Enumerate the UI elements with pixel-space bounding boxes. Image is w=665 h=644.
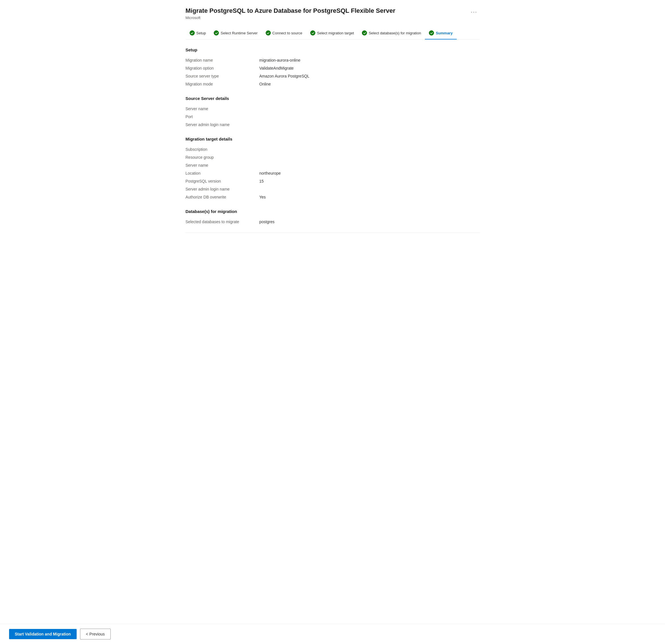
section-title-setup: Setup bbox=[186, 48, 480, 52]
field-target-admin-login: Server admin login name bbox=[186, 185, 480, 193]
ellipsis-button[interactable]: ... bbox=[469, 7, 480, 15]
value-migration-mode: Online bbox=[260, 82, 271, 86]
step-label-setup: Setup bbox=[196, 31, 206, 35]
field-subscription: Subscription bbox=[186, 145, 480, 153]
label-pg-version: PostgreSQL version bbox=[186, 179, 260, 183]
step-label-databases: Select database(s) for migration bbox=[369, 31, 421, 35]
previous-button[interactable]: < Previous bbox=[80, 629, 111, 640]
label-migration-name: Migration name bbox=[186, 58, 260, 62]
value-selected-databases: postgres bbox=[260, 220, 275, 224]
step-check-runtime bbox=[214, 30, 219, 36]
step-label-summary: Summary bbox=[436, 31, 452, 35]
field-source-server-type: Source server type Amazon Aurora Postgre… bbox=[186, 72, 480, 80]
label-migration-mode: Migration mode bbox=[186, 82, 260, 86]
step-check-connect bbox=[266, 30, 271, 36]
label-source-server-name: Server name bbox=[186, 107, 260, 111]
field-target-server-name: Server name bbox=[186, 161, 480, 169]
label-resource-group: Resource group bbox=[186, 155, 260, 160]
label-authorize-overwrite: Authorize DB overwrite bbox=[186, 195, 260, 199]
section-title-source: Source Server details bbox=[186, 96, 480, 101]
value-authorize-overwrite: Yes bbox=[260, 195, 266, 199]
field-source-admin-login: Server admin login name bbox=[186, 121, 480, 129]
label-target-admin-login: Server admin login name bbox=[186, 187, 260, 191]
label-source-admin-login: Server admin login name bbox=[186, 122, 260, 127]
field-source-server-name: Server name bbox=[186, 105, 480, 113]
step-select-databases[interactable]: Select database(s) for migration bbox=[358, 27, 425, 39]
field-pg-version: PostgreSQL version 15 bbox=[186, 177, 480, 185]
field-location: Location northeurope bbox=[186, 169, 480, 177]
page-title: Migrate PostgreSQL to Azure Database for… bbox=[186, 7, 395, 15]
steps-nav: Setup Select Runtime Server Connect to s… bbox=[186, 27, 480, 39]
field-migration-mode: Migration mode Online bbox=[186, 80, 480, 88]
label-source-server-type: Source server type bbox=[186, 74, 260, 78]
value-source-server-type: Amazon Aurora PostgreSQL bbox=[260, 74, 310, 78]
field-authorize-overwrite: Authorize DB overwrite Yes bbox=[186, 193, 480, 201]
page-subtitle: Microsoft bbox=[186, 16, 480, 20]
step-setup[interactable]: Setup bbox=[186, 27, 210, 39]
value-pg-version: 15 bbox=[260, 179, 264, 183]
label-selected-databases: Selected databases to migrate bbox=[186, 220, 260, 224]
value-migration-name: migration-aurora-online bbox=[260, 58, 301, 62]
label-migration-option: Migration option bbox=[186, 66, 260, 70]
footer: Start Validation and Migration < Previou… bbox=[0, 624, 665, 644]
section-title-target: Migration target details bbox=[186, 136, 480, 142]
field-migration-option: Migration option ValidateAndMigrate bbox=[186, 64, 480, 72]
step-label-connect: Connect to source bbox=[272, 31, 303, 35]
step-summary[interactable]: Summary bbox=[425, 27, 456, 39]
step-check-setup bbox=[190, 30, 195, 36]
field-resource-group: Resource group bbox=[186, 153, 480, 161]
label-subscription: Subscription bbox=[186, 147, 260, 152]
label-source-port: Port bbox=[186, 114, 260, 119]
start-validation-button[interactable]: Start Validation and Migration bbox=[9, 629, 77, 639]
step-runtime-server[interactable]: Select Runtime Server bbox=[210, 27, 261, 39]
value-migration-option: ValidateAndMigrate bbox=[260, 66, 294, 70]
field-source-port: Port bbox=[186, 113, 480, 121]
step-label-runtime: Select Runtime Server bbox=[221, 31, 258, 35]
field-selected-databases: Selected databases to migrate postgres bbox=[186, 218, 480, 226]
field-migration-name: Migration name migration-aurora-online bbox=[186, 56, 480, 64]
step-check-target bbox=[310, 30, 315, 36]
step-migration-target[interactable]: Select migration target bbox=[306, 27, 358, 39]
section-title-databases: Database(s) for migration bbox=[186, 209, 480, 214]
step-label-target: Select migration target bbox=[317, 31, 354, 35]
label-target-server-name: Server name bbox=[186, 163, 260, 167]
step-connect-source[interactable]: Connect to source bbox=[262, 27, 306, 39]
step-check-databases bbox=[362, 30, 367, 36]
label-location: Location bbox=[186, 171, 260, 176]
value-location: northeurope bbox=[260, 171, 281, 176]
step-check-summary bbox=[429, 30, 434, 36]
main-content: Setup Migration name migration-aurora-on… bbox=[186, 39, 480, 267]
content-divider bbox=[186, 233, 480, 233]
